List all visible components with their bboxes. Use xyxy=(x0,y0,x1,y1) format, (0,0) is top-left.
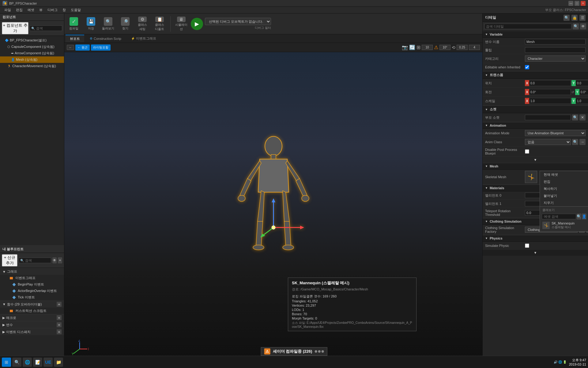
class-settings-button[interactable]: ⚙ 클래스 세팅 xyxy=(135,15,150,33)
asset-result-sk-mannequin[interactable]: 🤸 SK_Mannequin 스켈레탈 메시 xyxy=(541,220,588,231)
dropdown-edit[interactable]: 편집 xyxy=(540,178,588,185)
lighting-btn[interactable]: 라이팅포함 xyxy=(91,44,111,51)
taskbar-chrome[interactable]: 🌐 xyxy=(23,358,32,367)
simulate-physics-checkbox[interactable] xyxy=(525,243,529,248)
rot-y-input[interactable] xyxy=(579,89,588,95)
simulate-button[interactable]: 🖥 시뮬레이션 xyxy=(174,15,189,33)
anim-class-search-btn[interactable]: 🔍 xyxy=(572,139,578,145)
dropdown-current-asset[interactable]: 현재 에셋 xyxy=(540,171,588,178)
scale-y-input[interactable] xyxy=(576,98,588,104)
component-self[interactable]: 🔷 BP_FPSCharacter(셀프) xyxy=(0,37,64,44)
start-button[interactable]: ⊞ xyxy=(2,358,11,367)
search-taskbar-btn[interactable]: 🔍 xyxy=(12,358,21,367)
details-search-input[interactable] xyxy=(484,24,571,29)
add-macro-button[interactable]: + xyxy=(57,315,62,320)
socket-search-btn[interactable]: 🔍 xyxy=(572,114,578,121)
variables-section-header[interactable]: ▶ 변수 + xyxy=(0,321,64,328)
return-btn[interactable]: ← xyxy=(67,45,74,50)
details-menu-icon[interactable]: ☰ xyxy=(579,15,586,21)
viewport-3d[interactable]: X Y Z xyxy=(64,52,482,368)
menu-help[interactable]: 도움말 xyxy=(68,7,83,13)
taskbar-ue4[interactable]: UE xyxy=(43,358,53,367)
parent-socket-input[interactable] xyxy=(525,115,571,120)
mesh-section[interactable]: ▼ Mesh xyxy=(483,163,588,170)
asset-search-input[interactable] xyxy=(542,214,576,219)
transform-section[interactable]: ▼ 트랜스폼 xyxy=(483,71,588,79)
browse-button[interactable]: 🔍 돌려보기 xyxy=(100,15,116,33)
dropdown-copy[interactable]: 복사하기 xyxy=(540,185,588,192)
component-mesh[interactable]: 👤 Mesh (상속됨) xyxy=(0,56,64,63)
perspective-btn[interactable]: ← 원근 xyxy=(75,44,90,51)
menu-window[interactable]: 창 xyxy=(60,7,68,13)
scroll-down-indicator[interactable]: ▼ xyxy=(483,250,588,256)
rot-x-reset[interactable]: ↺ xyxy=(571,90,575,94)
find-button[interactable]: 🔎 찾기 xyxy=(118,15,133,33)
physics-section[interactable]: ▼ Physics xyxy=(483,235,588,242)
grid-size-input[interactable] xyxy=(422,45,433,50)
component-arrow[interactable]: ➡ ArrowComponent (상속됨) xyxy=(0,50,64,56)
maximize-button[interactable]: □ xyxy=(575,1,579,6)
debug-selector[interactable]: 선택된 디버그 오브젝트가 없습니다. xyxy=(205,18,271,25)
component-movement[interactable]: 🏃 CharacterMovement (상속됨) xyxy=(0,63,64,69)
component-capsule[interactable]: ⬡ CapsuleComponent (상속됨) xyxy=(0,44,64,50)
add-new-button[interactable]: + 신규 추가 xyxy=(2,254,17,266)
menu-asset[interactable]: 에셋 xyxy=(25,7,37,13)
begin-play-item[interactable]: BeginPlay 이벤트 xyxy=(4,281,64,288)
play-button[interactable]: ▶ xyxy=(191,18,203,30)
construction-script-item[interactable]: 커스트럭션 스크립트 xyxy=(4,308,64,314)
blueprint-search-input[interactable] xyxy=(25,259,50,262)
save-button[interactable]: 💾 저장 xyxy=(83,15,99,33)
pos-y-input[interactable] xyxy=(576,80,588,86)
menu-file[interactable]: 파일 xyxy=(2,7,13,13)
dispatchers-section-header[interactable]: ▶ 이벤트 디스패치 + xyxy=(0,328,64,335)
tab-viewport[interactable]: 뷰포트 xyxy=(66,35,84,42)
close-button[interactable]: ✕ xyxy=(581,1,586,6)
add-variable-button[interactable]: + xyxy=(57,322,62,327)
minimize-button[interactable]: — xyxy=(568,1,573,6)
rot-input[interactable] xyxy=(439,45,450,50)
add-component-button[interactable]: + 컴포넌트 추가 xyxy=(2,22,28,34)
anim-mode-select[interactable]: Use Animation Blueprint xyxy=(525,130,586,136)
taskbar-explorer[interactable]: 📁 xyxy=(54,358,63,367)
pos-x-input[interactable] xyxy=(529,80,571,86)
details-lock-icon[interactable]: 🔒 xyxy=(571,15,578,21)
details-search-submit[interactable]: 🔍 xyxy=(573,23,579,29)
class-defaults-button[interactable]: 📋 클래스 디폴트 xyxy=(152,15,167,33)
asset-search-btn[interactable]: 🔍 xyxy=(577,213,581,220)
details-eye-icon[interactable]: 👁 xyxy=(580,23,586,29)
overlap-item[interactable]: ActorBeginOverlap 이벤트 xyxy=(4,288,64,294)
graph-section-header[interactable]: ▼ 그래프 xyxy=(0,268,64,275)
disable-postprocess-checkbox[interactable] xyxy=(525,149,529,154)
anim-expand-row[interactable]: ▼ xyxy=(483,157,588,163)
add-function-button[interactable]: + xyxy=(57,302,62,307)
animation-section[interactable]: ▼ Animation xyxy=(483,122,588,129)
dropdown-paste[interactable]: 붙어넣기 xyxy=(540,192,588,199)
anim-class-select[interactable]: 없음 xyxy=(525,139,571,145)
details-search-icon[interactable]: 🔍 xyxy=(564,15,570,21)
rot-x-input[interactable] xyxy=(529,89,571,95)
menu-debug[interactable]: 디버그 xyxy=(45,7,60,13)
tick-item[interactable]: Tick 이벤트 xyxy=(4,294,64,301)
scale-x-input[interactable] xyxy=(529,98,571,104)
category-select[interactable]: Character xyxy=(525,56,586,62)
functions-section-header[interactable]: ▼ 함수 (29 오버라이더블) + xyxy=(0,301,64,308)
component-search-input[interactable] xyxy=(36,26,61,30)
variable-name-input[interactable] xyxy=(525,39,586,44)
macros-section-header[interactable]: ▶ 매크로 + xyxy=(0,314,64,321)
asset-user-btn[interactable]: 👤 xyxy=(582,213,586,220)
taskbar-visual-studio[interactable]: 📝 xyxy=(33,358,42,367)
socket-clear-btn[interactable]: ✕ xyxy=(579,114,586,121)
tab-construction-script[interactable]: ⚙ Construction Scrip xyxy=(85,36,126,42)
socket-section[interactable]: ▼ 소켓 xyxy=(483,105,588,113)
add-dispatcher-button[interactable]: + xyxy=(57,329,62,334)
dropdown-clear[interactable]: 지우기 xyxy=(540,199,588,206)
editable-checkbox[interactable] xyxy=(525,65,529,69)
screen-num-input[interactable] xyxy=(469,45,480,50)
compile-button[interactable]: ✓ 컴파일 xyxy=(66,15,81,33)
tab-event-graph[interactable]: ⚡ 이벤트그래프 xyxy=(127,35,160,42)
variable-section[interactable]: ▼ Variable xyxy=(483,31,588,38)
anim-class-arrow-btn[interactable]: → xyxy=(579,139,586,145)
tooltip-input[interactable] xyxy=(525,47,586,53)
add-plus-icon[interactable]: + xyxy=(58,257,62,263)
menu-view[interactable]: 뷰 xyxy=(37,7,45,13)
